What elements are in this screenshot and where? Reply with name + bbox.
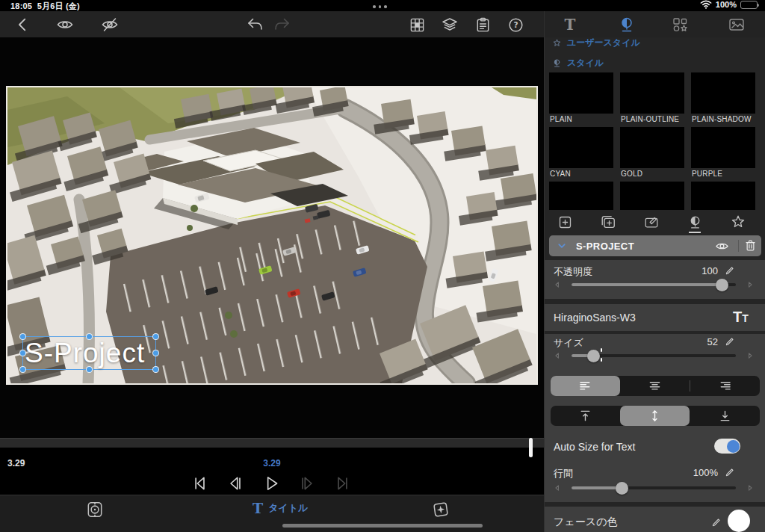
style-mode-button[interactable] — [686, 213, 704, 231]
notes-button[interactable] — [473, 15, 492, 34]
favorite-style-button[interactable] — [729, 213, 747, 231]
tab-style[interactable] — [616, 14, 637, 35]
layers-button[interactable] — [440, 15, 459, 34]
frame-back-button[interactable] — [225, 473, 246, 494]
help-button[interactable]: ? — [506, 15, 525, 34]
opacity-label: 不透明度 — [554, 265, 592, 279]
edit-style-button[interactable] — [642, 213, 660, 231]
effects-sparkle-icon — [431, 500, 450, 519]
face-color-swatch[interactable] — [728, 510, 750, 532]
show-overlays-button[interactable] — [55, 15, 75, 34]
storyboard-button[interactable] — [407, 15, 427, 34]
size-slider-knob[interactable] — [587, 350, 600, 362]
status-bar: 18:05 5月6日 (金) 100% — [0, 0, 765, 11]
style-thumb-partial[interactable] — [620, 182, 684, 210]
hide-overlays-button[interactable] — [100, 15, 120, 34]
triangle-right-icon — [745, 279, 755, 290]
triangle-left-icon — [552, 350, 563, 361]
layer-visibility-button[interactable] — [715, 239, 729, 253]
triangle-right-icon — [745, 350, 755, 361]
size-edit-button[interactable] — [724, 335, 736, 347]
auto-size-toggle[interactable] — [714, 439, 740, 454]
selection-handle[interactable] — [152, 333, 159, 340]
undo-icon — [246, 16, 264, 34]
style-thumb-plain-shadow[interactable] — [691, 72, 755, 114]
collapse-layer-button[interactable] — [555, 239, 569, 253]
style-header[interactable]: スタイル — [552, 57, 604, 69]
redo-button[interactable] — [273, 15, 292, 34]
style-label-purple: PURPLE — [692, 170, 722, 178]
selection-handle[interactable] — [152, 350, 159, 356]
selection-handle[interactable] — [152, 366, 159, 373]
selection-handle[interactable] — [86, 366, 93, 373]
pencil-icon — [710, 516, 722, 528]
delete-layer-button[interactable] — [743, 238, 758, 253]
timeline-current[interactable]: 3.29 — [0, 458, 544, 468]
opacity-decrement-button[interactable] — [552, 279, 563, 290]
chevron-left-icon — [15, 16, 31, 33]
title-tab[interactable]: T タイトル — [253, 500, 308, 516]
style-thumb-partial[interactable] — [691, 182, 755, 210]
opacity-edit-button[interactable] — [724, 265, 736, 276]
timeline-scrubber[interactable] — [0, 438, 544, 448]
add-style-group-button[interactable] — [599, 213, 617, 231]
style-thumb-gold[interactable] — [620, 127, 684, 168]
undo-button[interactable] — [245, 15, 264, 34]
align-left-button[interactable] — [551, 376, 620, 396]
align-left-icon — [577, 378, 593, 394]
effects-tab[interactable] — [431, 500, 450, 519]
style-thumb-plain-outline[interactable] — [620, 72, 684, 114]
selection-handle[interactable] — [19, 333, 26, 340]
frame-forward-button[interactable] — [297, 473, 318, 494]
tab-text[interactable]: T — [560, 14, 580, 35]
add-style-button[interactable] — [556, 213, 574, 231]
layer-header[interactable]: S-PROJECT — [549, 235, 761, 256]
playhead[interactable] — [529, 438, 533, 457]
selection-handle[interactable] — [19, 350, 26, 356]
valign-top-button[interactable] — [551, 406, 620, 426]
tab-elements[interactable] — [669, 14, 690, 35]
font-picker-button[interactable]: TT — [733, 309, 749, 326]
auto-size-label: Auto Size for Text — [554, 441, 635, 453]
style-label-plain-shadow: PLAIN-SHADOW — [692, 115, 752, 123]
skip-to-start-button[interactable] — [189, 473, 210, 494]
line-spacing-slider-knob[interactable] — [616, 482, 628, 495]
valign-middle-button[interactable] — [620, 406, 690, 426]
skip-start-icon — [190, 474, 209, 493]
line-spacing-decrement-button[interactable] — [552, 483, 563, 493]
status-right: 100% — [700, 0, 758, 9]
size-decrement-button[interactable] — [552, 350, 563, 361]
style-label-gold: GOLD — [621, 170, 642, 178]
style-thumb-cyan[interactable] — [549, 127, 613, 168]
style-thumb-purple[interactable] — [691, 127, 755, 168]
opacity-slider-knob[interactable] — [716, 279, 728, 291]
user-style-header[interactable]: ユーザースタイル — [552, 37, 640, 49]
align-center-button[interactable] — [620, 376, 690, 396]
align-right-button[interactable] — [690, 376, 760, 396]
face-color-edit-button[interactable] — [710, 516, 722, 528]
skip-to-end-button[interactable] — [332, 473, 353, 494]
style-label: スタイル — [567, 57, 604, 69]
style-ball-small-icon — [552, 58, 562, 68]
valign-bottom-button[interactable] — [690, 406, 760, 426]
canvas-title-text[interactable]: S-Project — [25, 337, 145, 370]
home-indicator[interactable] — [282, 524, 483, 528]
camera-view-tab[interactable] — [85, 500, 105, 519]
line-spacing-edit-button[interactable] — [724, 466, 736, 478]
style-thumb-partial[interactable] — [549, 182, 613, 210]
font-name[interactable]: HiraginoSans-W3 — [554, 312, 636, 324]
selection-handle[interactable] — [86, 333, 93, 340]
tab-image[interactable] — [726, 14, 747, 35]
render-canvas[interactable]: S-Project — [6, 86, 538, 385]
play-button[interactable] — [261, 473, 282, 494]
back-button[interactable] — [13, 15, 33, 34]
selection-handle[interactable] — [19, 366, 26, 373]
multitask-dots-icon — [373, 5, 387, 8]
title-selection-box[interactable]: S-Project — [22, 336, 156, 370]
line-spacing-increment-button[interactable] — [745, 483, 755, 493]
size-increment-button[interactable] — [745, 350, 755, 361]
opacity-increment-button[interactable] — [745, 279, 755, 290]
style-thumb-plain[interactable] — [549, 72, 613, 114]
title-tab-label: タイトル — [268, 501, 308, 515]
pencil-icon — [724, 466, 736, 478]
